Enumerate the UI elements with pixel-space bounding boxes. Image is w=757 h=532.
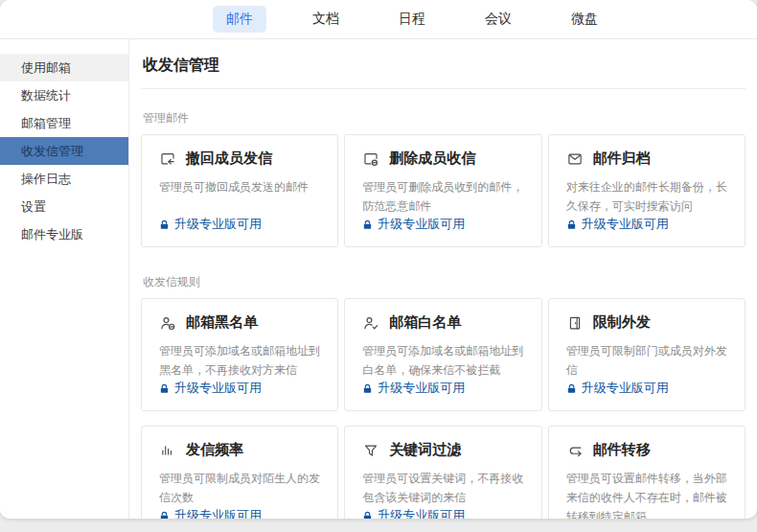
card-header: 邮件转移: [566, 441, 727, 459]
main-content: 收发信管理 管理邮件撤回成员发信管理员可撤回成员发送的邮件升级专业版可用删除成员…: [129, 39, 757, 519]
card-mailbox-whitelist: 邮箱白名单管理员可添加域名或邮箱地址到白名单，确保来信不被拦截升级专业版可用: [344, 298, 541, 411]
upgrade-pro-label: 升级专业版可用: [378, 380, 465, 397]
card-description: 管理员可限制部门或成员对外发信: [566, 341, 727, 380]
card-grid: 邮箱黑名单管理员可添加域名或邮箱地址到黑名单，不再接收对方来信升级专业版可用邮箱…: [141, 298, 746, 519]
card-title: 撤回成员发信: [186, 150, 272, 168]
tab-mail[interactable]: 邮件: [213, 6, 266, 33]
upgrade-pro-link[interactable]: 升级专业版可用: [362, 380, 523, 397]
card-mailbox-blacklist: 邮箱黑名单管理员可添加域名或邮箱地址到黑名单，不再接收对方来信升级专业版可用: [141, 298, 338, 411]
card-keyword-filter: 关键词过滤管理员可设置关键词，不再接收包含该关键词的来信升级专业版可用: [344, 426, 541, 519]
lock-icon: [362, 383, 373, 394]
lock-icon: [362, 511, 373, 520]
card-recall-member-mail: 撤回成员发信管理员可撤回成员发送的邮件升级专业版可用: [141, 134, 338, 247]
lock-icon: [159, 511, 170, 520]
card-description: 管理员可设置邮件转移，当外部来信的收件人不存在时，邮件被转移到特定邮箱: [566, 469, 727, 519]
upgrade-pro-label: 升级专业版可用: [378, 507, 465, 519]
card-description: 管理员可添加域名或邮箱地址到黑名单，不再接收对方来信: [159, 341, 320, 380]
card-title: 关键词过滤: [389, 441, 461, 459]
upgrade-pro-label: 升级专业版可用: [174, 216, 262, 233]
card-description: 管理员可添加域名或邮箱地址到白名单，确保来信不被拦截: [362, 341, 523, 380]
card-description: 管理员可设置关键词，不再接收包含该关键词的来信: [362, 469, 523, 507]
sidebar: 使用邮箱数据统计邮箱管理收发信管理操作日志设置邮件专业版: [0, 39, 129, 519]
lock-icon: [159, 220, 170, 230]
lock-icon: [566, 220, 577, 230]
delete-mail-icon: [362, 150, 379, 168]
card-title: 删除成员收信: [389, 150, 475, 168]
sidebar-item-data-statistics[interactable]: 数据统计: [0, 81, 128, 109]
lock-icon: [362, 220, 373, 230]
sidebar-item-mailbox-management[interactable]: 邮箱管理: [0, 109, 128, 137]
upgrade-pro-label: 升级专业版可用: [582, 216, 669, 233]
upgrade-pro-link[interactable]: 升级专业版可用: [159, 380, 320, 397]
tab-drive[interactable]: 微盘: [558, 6, 611, 33]
upgrade-pro-link[interactable]: 升级专业版可用: [362, 216, 523, 233]
card-header: 关键词过滤: [362, 441, 523, 459]
card-send-frequency: 发信频率管理员可限制成员对陌生人的发信次数升级专业版可用: [141, 426, 338, 519]
mail-transfer-icon: [566, 442, 584, 459]
card-title: 邮箱白名单: [389, 313, 461, 332]
upgrade-pro-label: 升级专业版可用: [378, 216, 465, 233]
card-header: 邮箱黑名单: [159, 313, 320, 332]
sidebar-item-mail-pro-edition[interactable]: 邮件专业版: [0, 220, 128, 248]
card-delete-member-mail: 删除成员收信管理员可删除成员收到的邮件，防范恶意邮件升级专业版可用: [344, 134, 541, 247]
card-title: 邮箱黑名单: [186, 313, 258, 332]
lock-icon: [159, 383, 170, 394]
app-body: 使用邮箱数据统计邮箱管理收发信管理操作日志设置邮件专业版 收发信管理 管理邮件撤…: [0, 39, 757, 519]
door-icon: [566, 314, 584, 332]
card-header: 限制外发: [566, 313, 727, 332]
sections-container: 管理邮件撤回成员发信管理员可撤回成员发送的邮件升级专业版可用删除成员收信管理员可…: [141, 110, 746, 519]
upgrade-pro-link[interactable]: 升级专业版可用: [362, 507, 523, 519]
upgrade-pro-label: 升级专业版可用: [174, 507, 262, 519]
sidebar-item-use-mailbox[interactable]: 使用邮箱: [0, 54, 128, 81]
card-header: 邮件归档: [566, 150, 727, 168]
card-description: 对来往企业的邮件长期备份，长久保存，可实时搜索访问: [566, 177, 727, 216]
top-nav: 邮件文档日程会议微盘: [0, 0, 757, 39]
card-header: 邮箱白名单: [362, 313, 523, 332]
tab-schedule[interactable]: 日程: [385, 6, 439, 33]
card-title: 限制外发: [593, 313, 651, 332]
lock-icon: [566, 383, 577, 394]
sidebar-item-settings[interactable]: 设置: [0, 193, 128, 220]
card-description: 管理员可撤回成员发送的邮件: [159, 177, 320, 197]
upgrade-pro-label: 升级专业版可用: [582, 380, 669, 397]
upgrade-pro-label: 升级专业版可用: [174, 380, 262, 397]
card-header: 发信频率: [159, 441, 320, 459]
mail-archive-icon: [566, 150, 584, 168]
card-title: 邮件转移: [593, 441, 651, 459]
recall-mail-icon: [159, 150, 176, 168]
tab-meeting[interactable]: 会议: [471, 6, 525, 33]
section-label: 收发信规则: [143, 274, 746, 290]
person-blacklist-icon: [159, 314, 176, 332]
sidebar-item-send-receive-mgmt[interactable]: 收发信管理: [0, 137, 128, 165]
card-grid: 撤回成员发信管理员可撤回成员发送的邮件升级专业版可用删除成员收信管理员可删除成员…: [141, 134, 746, 247]
page-title: 收发信管理: [141, 39, 746, 89]
card-header: 删除成员收信: [362, 150, 523, 168]
card-mail-archive: 邮件归档对来往企业的邮件长期备份，长久保存，可实时搜索访问升级专业版可用: [548, 134, 746, 247]
card-title: 邮件归档: [593, 150, 651, 168]
card-mail-transfer: 邮件转移管理员可设置邮件转移，当外部来信的收件人不存在时，邮件被转移到特定邮箱升…: [548, 426, 746, 519]
card-restrict-outgoing: 限制外发管理员可限制部门或成员对外发信升级专业版可用: [548, 298, 746, 411]
section-label: 管理邮件: [143, 110, 746, 127]
card-header: 撤回成员发信: [159, 150, 320, 168]
upgrade-pro-link[interactable]: 升级专业版可用: [159, 507, 320, 519]
person-whitelist-icon: [362, 314, 379, 332]
tab-docs[interactable]: 文档: [299, 6, 353, 33]
upgrade-pro-link[interactable]: 升级专业版可用: [566, 380, 727, 397]
card-description: 管理员可删除成员收到的邮件，防范恶意邮件: [362, 177, 523, 216]
frequency-bars-icon: [159, 442, 176, 459]
sidebar-item-operation-log[interactable]: 操作日志: [0, 165, 128, 193]
card-description: 管理员可限制成员对陌生人的发信次数: [159, 469, 320, 507]
card-title: 发信频率: [186, 441, 243, 459]
upgrade-pro-link[interactable]: 升级专业版可用: [566, 216, 727, 233]
app-window: 邮件文档日程会议微盘 使用邮箱数据统计邮箱管理收发信管理操作日志设置邮件专业版 …: [0, 0, 757, 519]
upgrade-pro-link[interactable]: 升级专业版可用: [159, 216, 320, 233]
funnel-filter-icon: [362, 442, 379, 459]
